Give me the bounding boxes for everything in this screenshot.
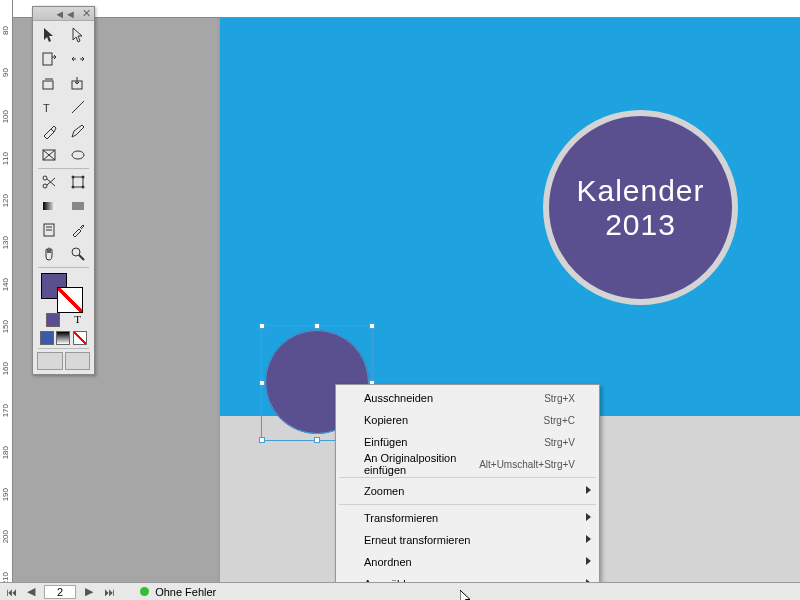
ruler-vertical: 80 90 100 110 120 130 140 150 160 170 18…: [0, 0, 13, 582]
tools-panel[interactable]: ◄◄ ✕ T T: [32, 6, 95, 375]
ruler-number: 160: [1, 362, 10, 375]
status-bar: ⏮ ◀ 2 ▶ ⏭ Ohne Fehler: [0, 582, 800, 600]
content-placer-tool[interactable]: [64, 71, 93, 95]
svg-point-10: [43, 184, 47, 188]
next-page-button[interactable]: ▶: [82, 585, 96, 599]
selection-tool[interactable]: [35, 23, 64, 47]
preflight-status-label[interactable]: Ohne Fehler: [155, 586, 216, 598]
pen-tool[interactable]: [35, 119, 64, 143]
menu-transform-again[interactable]: Erneut transformieren: [338, 529, 597, 551]
context-menu[interactable]: AusschneidenStrg+X KopierenStrg+C Einfüg…: [335, 384, 600, 600]
ellipse-tool[interactable]: [64, 143, 93, 167]
page-tool[interactable]: [35, 47, 64, 71]
ruler-number: 90: [1, 68, 10, 77]
rectangle-frame-tool[interactable]: [35, 143, 64, 167]
chevron-right-icon: [586, 557, 591, 565]
svg-text:T: T: [43, 102, 50, 114]
calendar-title-line1: Kalender: [576, 174, 704, 208]
chevron-right-icon: [586, 486, 591, 494]
svg-rect-11: [73, 177, 83, 187]
ruler-number: 150: [1, 320, 10, 333]
svg-point-12: [71, 176, 74, 179]
svg-point-8: [72, 151, 84, 159]
selection-handle[interactable]: [314, 437, 320, 443]
selection-handle[interactable]: [259, 437, 265, 443]
menu-paste[interactable]: EinfügenStrg+V: [338, 431, 597, 453]
ruler-number: 190: [1, 488, 10, 501]
chevron-right-icon: [586, 535, 591, 543]
menu-paste-in-place[interactable]: An Originalposition einfügenAlt+Umschalt…: [338, 453, 597, 475]
ruler-number: 100: [1, 110, 10, 123]
container-formatting-icon[interactable]: [46, 313, 60, 327]
fill-stroke-proxy[interactable]: [35, 269, 92, 311]
hand-tool[interactable]: [35, 242, 64, 266]
menu-transform[interactable]: Transformieren: [338, 507, 597, 529]
ruler-number: 120: [1, 194, 10, 207]
direct-selection-tool[interactable]: [64, 23, 93, 47]
eyedropper-tool[interactable]: [64, 218, 93, 242]
gradient-feather-tool[interactable]: [64, 194, 93, 218]
text-formatting-icon[interactable]: T: [74, 313, 81, 327]
svg-line-22: [79, 255, 84, 260]
current-page-field[interactable]: 2: [44, 585, 76, 599]
svg-point-14: [71, 186, 74, 189]
apply-none-icon[interactable]: [73, 331, 87, 345]
svg-rect-16: [43, 202, 55, 210]
preview-view-mode[interactable]: [65, 352, 91, 370]
note-tool[interactable]: [35, 218, 64, 242]
svg-point-9: [43, 176, 47, 180]
gradient-swatch-tool[interactable]: [35, 194, 64, 218]
scissors-tool[interactable]: [35, 170, 64, 194]
stroke-swatch[interactable]: [57, 287, 83, 313]
line-tool[interactable]: [64, 95, 93, 119]
close-icon[interactable]: ✕: [82, 7, 91, 20]
apply-color-icon[interactable]: [40, 331, 54, 345]
ruler-horizontal: [13, 0, 800, 18]
normal-view-mode[interactable]: [37, 352, 63, 370]
collapse-icon[interactable]: ◄◄: [54, 8, 76, 20]
chevron-right-icon: [586, 513, 591, 521]
apply-gradient-icon[interactable]: [56, 331, 70, 345]
ruler-number: 200: [1, 530, 10, 543]
svg-point-15: [81, 186, 84, 189]
ruler-number: 140: [1, 278, 10, 291]
svg-rect-17: [72, 202, 84, 210]
menu-zoom[interactable]: Zoomen: [338, 480, 597, 502]
selection-handle[interactable]: [259, 323, 265, 329]
menu-cut[interactable]: AusschneidenStrg+X: [338, 387, 597, 409]
svg-rect-1: [43, 81, 53, 89]
selection-handle[interactable]: [259, 380, 265, 386]
first-page-button[interactable]: ⏮: [4, 585, 18, 599]
svg-point-13: [81, 176, 84, 179]
menu-arrange[interactable]: Anordnen: [338, 551, 597, 573]
calendar-title-line2: 2013: [605, 208, 676, 242]
selection-handle[interactable]: [369, 323, 375, 329]
content-collector-tool[interactable]: [35, 71, 64, 95]
preflight-status-icon[interactable]: [140, 587, 149, 596]
ruler-number: 110: [1, 152, 10, 165]
gap-tool[interactable]: [64, 47, 93, 71]
prev-page-button[interactable]: ◀: [24, 585, 38, 599]
free-transform-tool[interactable]: [64, 170, 93, 194]
calendar-title-circle[interactable]: Kalender 2013: [543, 110, 738, 305]
svg-point-21: [72, 248, 80, 256]
selection-handle[interactable]: [314, 323, 320, 329]
tools-panel-header[interactable]: ◄◄ ✕: [33, 7, 94, 21]
last-page-button[interactable]: ⏭: [102, 585, 116, 599]
ruler-number: 170: [1, 404, 10, 417]
ruler-number: 180: [1, 446, 10, 459]
menu-copy[interactable]: KopierenStrg+C: [338, 409, 597, 431]
svg-rect-0: [43, 53, 52, 65]
type-tool[interactable]: T: [35, 95, 64, 119]
pencil-tool[interactable]: [64, 119, 93, 143]
ruler-number: 80: [1, 26, 10, 35]
zoom-tool[interactable]: [64, 242, 93, 266]
svg-line-4: [72, 101, 84, 113]
ruler-number: 130: [1, 236, 10, 249]
